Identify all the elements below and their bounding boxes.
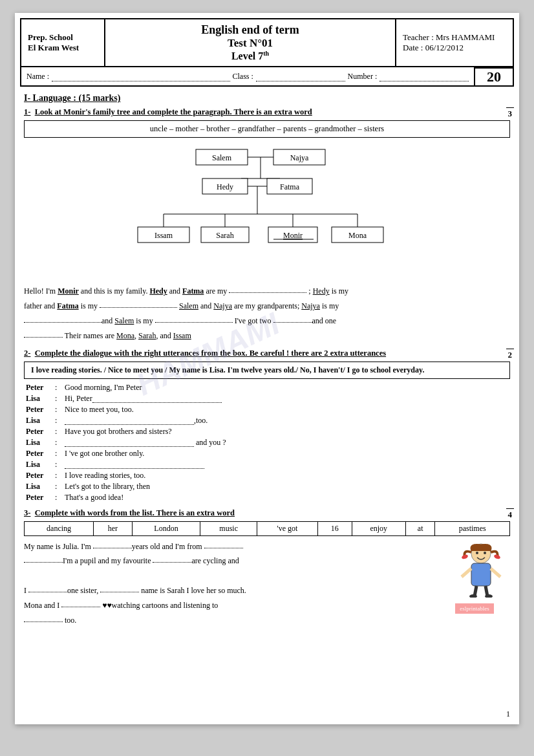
svg-text:Salem: Salem xyxy=(212,153,232,162)
para3: My name is Julia. I'm years old and I'm … xyxy=(24,539,510,628)
svg-point-30 xyxy=(476,552,478,554)
teacher-line: Teacher : Mrs HAMMAMI xyxy=(403,32,506,43)
score-box: 20 xyxy=(475,67,514,87)
svg-line-33 xyxy=(462,568,471,577)
q1-instruction: 1- Look at Monir's family tree and compl… xyxy=(24,107,510,117)
family-tree: Salem Najya Hedy Fatma xyxy=(24,143,510,279)
svg-text:Sarah: Sarah xyxy=(216,231,233,240)
q1-label: 1- xyxy=(24,107,30,116)
word-list-table: dancing her London music 've got 16 enjo… xyxy=(24,521,510,536)
name-row: Name : Class : Number : xyxy=(20,67,475,87)
word-cell: at xyxy=(405,521,435,535)
pink-label: eslprintables xyxy=(455,603,494,614)
page-number: 1 xyxy=(506,709,510,719)
svg-line-34 xyxy=(491,568,500,577)
word-cell: pastimes xyxy=(435,521,510,535)
title2: Test N°01 xyxy=(112,37,389,50)
svg-point-31 xyxy=(484,552,486,554)
dialogue-row: Lisa : and you ? xyxy=(24,437,510,448)
q2-label: 2- xyxy=(24,349,30,358)
word-cell: 've got xyxy=(257,521,317,535)
svg-rect-32 xyxy=(471,563,491,586)
class-label: Class : xyxy=(233,72,253,81)
q2-text: Complete the dialogue with the right utt… xyxy=(35,349,386,358)
word-cell: 16 xyxy=(318,521,352,535)
dialogue-row: Lisa : Hi, Peter xyxy=(24,393,510,404)
header-right: Teacher : Mrs HAMMAMI Date : 06/12/2012 xyxy=(396,19,513,66)
dialogue-row: Peter : I 've got one brother only. xyxy=(24,448,510,459)
number-label: Number : xyxy=(348,72,378,81)
score-value: 20 xyxy=(487,69,501,85)
word-cell: her xyxy=(94,521,133,535)
school-line2: El Kram West xyxy=(28,43,98,53)
school-line1: Prep. School xyxy=(28,32,98,43)
svg-text:Fatma: Fatma xyxy=(280,182,300,191)
date-line: Date : 06/12/2012 xyxy=(403,43,506,53)
title3: Level 7th xyxy=(112,50,389,62)
word-cell: London xyxy=(132,521,200,535)
dialogue-table: Peter : Good morning, I'm Peter Lisa : H… xyxy=(24,382,510,503)
girl-svg xyxy=(455,539,507,598)
svg-text:Hedy: Hedy xyxy=(217,182,233,191)
mark-q3: 4 xyxy=(506,508,515,521)
svg-text:Najya: Najya xyxy=(290,153,309,162)
school-info: Prep. School El Kram West xyxy=(21,19,105,66)
mark-q2: 2 xyxy=(506,349,515,361)
utterances-box: I love reading stories. / Nice to meet y… xyxy=(24,362,510,379)
header-center: English end of term Test N°01 Level 7th xyxy=(105,19,396,66)
dialogue-row: Peter : I love reading stories, too. xyxy=(24,470,510,481)
dialogue-row: Lisa : Let's got to the library, then xyxy=(24,481,510,492)
family-tree-svg: Salem Najya Hedy Fatma xyxy=(105,143,429,279)
dialogue-row: Peter : Good morning, I'm Peter xyxy=(24,382,510,393)
girl-illustration: eslprintables xyxy=(455,539,510,628)
word-cell: music xyxy=(200,521,257,535)
para1: Hello! I'm Monir and this is my family. … xyxy=(24,284,510,343)
dialogue-row: Peter : Nice to meet you, too. xyxy=(24,404,510,415)
dialogue-row: Peter : That's a good idea! xyxy=(24,492,510,503)
q3-text: Complete with words from the list. There… xyxy=(35,508,235,517)
dialogue-row: Peter : Have you got brothers and sister… xyxy=(24,426,510,437)
dialogue-row: Lisa : xyxy=(24,459,510,470)
word-box-q1: uncle – mother – brother – grandfather –… xyxy=(24,120,510,138)
q3-instruction: 3- Complete with words from the list. Th… xyxy=(24,508,510,518)
main-content: I- Language : (15 marks) 1- Look at Moni… xyxy=(15,87,519,634)
svg-text:Monir: Monir xyxy=(283,231,303,240)
mark-q1: 3 xyxy=(506,107,515,120)
word-cell: dancing xyxy=(25,521,94,535)
q3-label: 3- xyxy=(24,508,30,517)
q1-text: Look at Monir's family tree and complete… xyxy=(35,107,312,116)
name-label: Name : xyxy=(27,72,49,81)
word-cell: enjoy xyxy=(352,521,405,535)
q2-instruction: 2- Complete the dialogue with the right … xyxy=(24,349,510,358)
svg-text:Issam: Issam xyxy=(155,231,173,240)
dialogue-row: Lisa : ,too. xyxy=(24,415,510,426)
title1: English end of term xyxy=(112,23,389,37)
svg-text:Mona: Mona xyxy=(348,231,367,240)
page: Prep. School El Kram West English end of… xyxy=(15,13,519,724)
section1-title: I- Language : (15 marks) xyxy=(24,93,510,103)
